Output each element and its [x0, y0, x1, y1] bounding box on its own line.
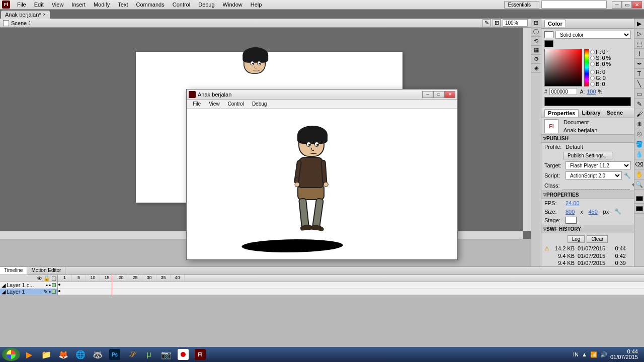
- gimp-icon[interactable]: 🦝: [90, 348, 106, 361]
- clear-button[interactable]: Clear: [587, 235, 608, 243]
- fps-value[interactable]: 24.00: [566, 200, 580, 206]
- zoom-tool-icon[interactable]: 🔍: [634, 179, 644, 190]
- hex-input[interactable]: [549, 88, 577, 95]
- utorrent-icon[interactable]: μ: [141, 348, 157, 361]
- recorder-icon[interactable]: [175, 348, 191, 361]
- preview-close-button[interactable]: ✕: [444, 91, 455, 98]
- tray-flag-icon[interactable]: ▲: [582, 351, 587, 357]
- layer-row[interactable]: ◢Layer 1✎•: [0, 289, 57, 295]
- subselection-tool-icon[interactable]: ▷: [634, 29, 644, 39]
- publish-settings-button[interactable]: Publish Settings...: [563, 152, 612, 159]
- tray-lang[interactable]: IN: [573, 351, 579, 357]
- target-dropdown[interactable]: Flash Player 11.2: [566, 161, 631, 169]
- layer-row[interactable]: ◢Layer 1 c...••: [0, 282, 57, 289]
- tab-motion-editor[interactable]: Motion Editor: [27, 267, 65, 275]
- height-value[interactable]: 450: [588, 209, 597, 215]
- menu-modify[interactable]: Modify: [90, 1, 114, 9]
- components-panel-icon[interactable]: ⚙: [531, 55, 541, 64]
- rectangle-tool-icon[interactable]: ▭: [634, 89, 644, 99]
- align-panel-icon[interactable]: ⊞: [531, 19, 541, 28]
- camera-icon[interactable]: 📷: [158, 348, 174, 361]
- menu-insert[interactable]: Insert: [67, 1, 90, 9]
- menu-edit[interactable]: Edit: [30, 1, 48, 9]
- preview-maximize-button[interactable]: ▭: [433, 91, 444, 98]
- media-player-icon[interactable]: ▶: [21, 348, 37, 361]
- swf-history-head[interactable]: SWF HISTORY: [541, 225, 634, 233]
- motion-presets-icon[interactable]: ◈: [531, 64, 541, 73]
- brush-tool-icon[interactable]: 🖌: [634, 109, 644, 119]
- bone-tool-icon[interactable]: ⦾: [634, 129, 644, 139]
- info-panel-icon[interactable]: ⓘ: [531, 28, 541, 37]
- lock-icon[interactable]: 🔒: [43, 275, 50, 282]
- sat-radio[interactable]: [590, 56, 595, 60]
- lasso-tool-icon[interactable]: ⌇: [634, 49, 644, 59]
- eye-icon[interactable]: 👁: [37, 276, 42, 282]
- fill-swatch[interactable]: [544, 40, 553, 47]
- text-tool-icon[interactable]: T: [634, 69, 644, 79]
- tray-network-icon[interactable]: 📶: [590, 351, 597, 358]
- transform-panel-icon[interactable]: ⟲: [531, 37, 541, 46]
- swatches-panel-icon[interactable]: ▦: [531, 46, 541, 55]
- maximize-button[interactable]: ▭: [622, 1, 632, 9]
- explorer-icon[interactable]: 📁: [38, 348, 54, 361]
- search-input[interactable]: [541, 1, 607, 9]
- edit-scene-icon[interactable]: ✎: [482, 19, 491, 27]
- menu-debug[interactable]: Debug: [194, 1, 218, 9]
- tray-clock[interactable]: 0:44 01/07/2015: [610, 349, 638, 360]
- tab-properties[interactable]: Properties: [544, 109, 579, 117]
- bri-radio[interactable]: [590, 62, 595, 66]
- menu-window[interactable]: Window: [219, 1, 247, 9]
- workspace-dropdown[interactable]: Essentials: [504, 1, 539, 9]
- preview-menu-view[interactable]: View: [205, 100, 224, 108]
- color-picker[interactable]: [544, 49, 582, 86]
- firefox-icon[interactable]: 🦊: [55, 348, 71, 361]
- deco-tool-icon[interactable]: ❋: [634, 119, 644, 129]
- menu-file[interactable]: File: [13, 1, 30, 9]
- preview-menu-file[interactable]: File: [189, 100, 205, 108]
- fill-color-icon[interactable]: [634, 204, 644, 214]
- publish-section-head[interactable]: PUBLISH: [541, 134, 634, 143]
- wrench-icon[interactable]: 🔧: [624, 172, 631, 179]
- free-transform-tool-icon[interactable]: ⬚: [634, 39, 644, 49]
- playhead[interactable]: [112, 275, 112, 295]
- close-tab-icon[interactable]: ×: [43, 12, 46, 17]
- start-button[interactable]: [2, 348, 20, 361]
- close-button[interactable]: ✕: [632, 1, 642, 9]
- pen-tool-icon[interactable]: ✒: [634, 59, 644, 69]
- log-button[interactable]: Log: [568, 235, 585, 243]
- photoshop-icon[interactable]: Ps: [107, 348, 123, 361]
- hand-tool-icon[interactable]: ✋: [634, 169, 644, 179]
- zoom-input[interactable]: [503, 19, 528, 27]
- flash-taskbar-icon[interactable]: Fl: [192, 348, 208, 361]
- selection-tool-icon[interactable]: ▶: [634, 19, 644, 29]
- eraser-tool-icon[interactable]: ⌫: [634, 159, 644, 169]
- menu-help[interactable]: Help: [247, 1, 266, 9]
- outline-icon[interactable]: ▢: [51, 275, 56, 282]
- edit-symbols-icon[interactable]: ⊞: [493, 19, 501, 27]
- green-radio[interactable]: [590, 76, 595, 80]
- frames-area[interactable]: 1 5 10 15 20 25 30 35 40: [58, 275, 644, 295]
- alpha-value[interactable]: 100: [587, 88, 596, 95]
- class-input[interactable]: [562, 182, 630, 190]
- tab-timeline[interactable]: Timeline: [0, 267, 27, 275]
- minimize-button[interactable]: ─: [612, 1, 622, 9]
- fill-type-dropdown[interactable]: Solid color: [555, 31, 631, 39]
- stroke-swatch[interactable]: [544, 31, 553, 38]
- menu-view[interactable]: View: [48, 1, 68, 9]
- tab-library[interactable]: Library: [579, 109, 603, 117]
- hue-radio[interactable]: [590, 50, 595, 54]
- line-tool-icon[interactable]: ╲: [634, 79, 644, 89]
- scrollbar-vertical[interactable]: [523, 28, 531, 231]
- wrench-icon[interactable]: 🔧: [614, 208, 621, 215]
- tab-scene[interactable]: Scene: [604, 109, 626, 117]
- color-panel-tab[interactable]: Color: [541, 19, 634, 29]
- red-radio[interactable]: [590, 70, 595, 74]
- menu-text[interactable]: Text: [114, 1, 132, 9]
- stroke-color-icon[interactable]: [634, 194, 644, 204]
- width-value[interactable]: 800: [566, 209, 575, 215]
- menu-control[interactable]: Control: [169, 1, 194, 9]
- blue-radio[interactable]: [590, 82, 595, 86]
- sublime-icon[interactable]: 𝒮: [124, 348, 140, 361]
- menu-commands[interactable]: Commands: [132, 1, 168, 9]
- properties-section-head[interactable]: PROPERTIES: [541, 191, 634, 199]
